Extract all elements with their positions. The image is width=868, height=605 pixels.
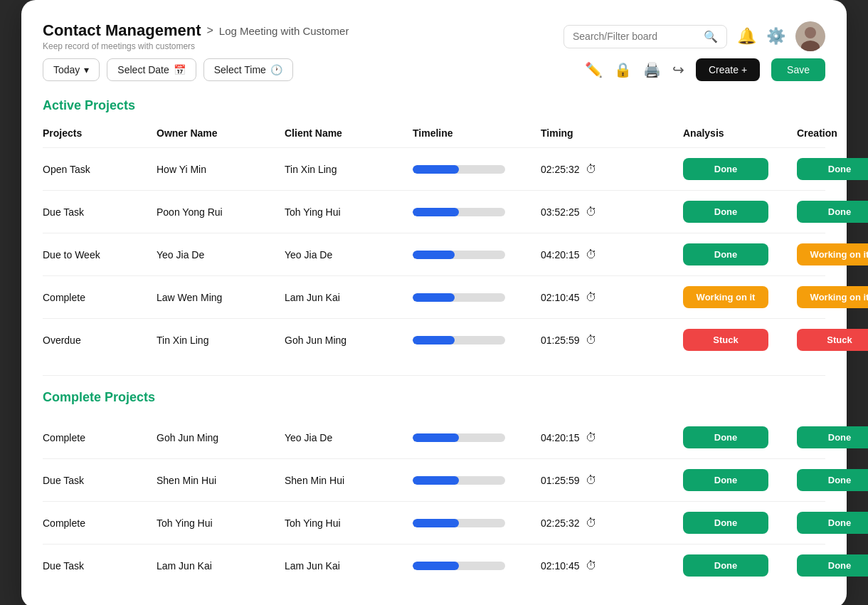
- create-button[interactable]: Create +: [696, 58, 760, 81]
- table-row: Open Task How Yi Min Tin Xin Ling 02:25:…: [43, 148, 825, 191]
- analysis-badge: Done: [683, 243, 768, 265]
- creation-cell: Done: [797, 158, 868, 180]
- creation-cell: Done: [797, 426, 868, 448]
- search-input[interactable]: [573, 31, 698, 42]
- timeline-cell: [413, 519, 541, 527]
- share-icon[interactable]: ↪: [672, 61, 684, 78]
- clock-icon: ⏱: [586, 206, 597, 219]
- creation-cell: Done: [797, 201, 868, 223]
- progress-bar: [413, 251, 505, 259]
- complete-projects-title: Complete Projects: [43, 390, 825, 405]
- analysis-cell: Done: [683, 243, 797, 265]
- analysis-badge: Stuck: [683, 329, 768, 351]
- lock-icon[interactable]: 🔒: [614, 61, 632, 78]
- timing-value: 04:20:15: [541, 249, 580, 261]
- table-row: Complete Goh Jun Ming Yeo Jia De 04:20:1…: [43, 416, 825, 459]
- print-icon[interactable]: 🖨️: [643, 61, 661, 78]
- col-owner: Owner Name: [157, 125, 285, 142]
- client-name: Yeo Jia De: [285, 249, 413, 261]
- analysis-cell: Stuck: [683, 329, 797, 351]
- settings-button[interactable]: ⚙️: [766, 27, 785, 46]
- select-date-label: Select Date: [117, 64, 169, 75]
- creation-badge: Done: [797, 469, 868, 491]
- timeline-cell: [413, 293, 541, 302]
- select-time-button[interactable]: Select Time 🕐: [203, 58, 293, 81]
- owner-name: Shen Min Hui: [157, 475, 285, 486]
- progress-fill: [413, 208, 459, 216]
- progress-bar: [413, 336, 505, 344]
- timing-value: 02:10:45: [541, 560, 580, 572]
- col-analysis: Analysis: [683, 125, 797, 142]
- complete-rows: Complete Goh Jun Ming Yeo Jia De 04:20:1…: [43, 416, 825, 586]
- creation-badge: Working on it: [797, 243, 868, 265]
- client-name: Toh Ying Hui: [285, 206, 413, 218]
- timeline-cell: [413, 562, 541, 570]
- gear-icon: ⚙️: [766, 27, 785, 46]
- timeline-cell: [413, 165, 541, 174]
- active-rows: Open Task How Yi Min Tin Xin Ling 02:25:…: [43, 148, 825, 361]
- edit-icon[interactable]: ✏️: [585, 61, 603, 78]
- timing-cell: 04:20:15 ⏱: [541, 431, 683, 444]
- analysis-cell: Done: [683, 469, 797, 491]
- progress-bar: [413, 562, 505, 570]
- search-box[interactable]: 🔍: [563, 25, 727, 48]
- timeline-cell: [413, 208, 541, 216]
- header: Contact Management > Log Meeting with Cu…: [43, 21, 825, 51]
- creation-badge: Done: [797, 201, 868, 223]
- project-name: Complete: [43, 517, 157, 529]
- analysis-cell: Done: [683, 554, 797, 577]
- owner-name: Tin Xin Ling: [157, 335, 285, 346]
- owner-name: Poon Yong Rui: [157, 206, 285, 218]
- timing-cell: 02:25:32 ⏱: [541, 517, 683, 530]
- timing-value: 01:25:59: [541, 475, 580, 486]
- project-name: Complete: [43, 432, 157, 443]
- table-row: Overdue Tin Xin Ling Goh Jun Ming 01:25:…: [43, 319, 825, 361]
- owner-name: Goh Jun Ming: [157, 432, 285, 443]
- progress-bar: [413, 165, 505, 174]
- progress-bar: [413, 293, 505, 302]
- timing-value: 04:20:15: [541, 432, 580, 443]
- progress-bar: [413, 208, 505, 216]
- project-name: Due Task: [43, 206, 157, 218]
- client-name: Lam Jun Kai: [285, 292, 413, 303]
- select-date-button[interactable]: Select Date 📅: [107, 58, 196, 81]
- analysis-badge: Done: [683, 512, 768, 534]
- analysis-badge: Done: [683, 158, 768, 180]
- col-timing: Timing: [541, 125, 683, 142]
- today-button[interactable]: Today ▾: [43, 58, 100, 81]
- project-name: Due Task: [43, 475, 157, 486]
- table-row: Complete Law Wen Ming Lam Jun Kai 02:10:…: [43, 276, 825, 319]
- active-projects-section: Active Projects Projects Owner Name Clie…: [43, 98, 825, 361]
- clock-icon: ⏱: [586, 559, 597, 572]
- owner-name: Law Wen Ming: [157, 292, 285, 303]
- creation-cell: Working on it: [797, 243, 868, 265]
- creation-badge: Done: [797, 426, 868, 448]
- table-row: Due Task Lam Jun Kai Lam Jun Kai 02:10:4…: [43, 544, 825, 586]
- analysis-cell: Done: [683, 158, 797, 180]
- breadcrumb: Log Meeting with Customer: [219, 25, 349, 37]
- owner-name: Toh Ying Hui: [157, 517, 285, 529]
- search-icon: 🔍: [704, 30, 718, 43]
- timing-value: 01:25:59: [541, 335, 580, 346]
- col-client: Client Name: [285, 125, 413, 142]
- col-creation: Creation: [797, 125, 868, 142]
- creation-cell: Working on it: [797, 286, 868, 308]
- clock-icon: ⏱: [586, 334, 597, 347]
- timeline-cell: [413, 251, 541, 259]
- creation-cell: Stuck: [797, 329, 868, 351]
- complete-projects-section: Complete Projects Complete Goh Jun Ming …: [43, 390, 825, 586]
- progress-fill: [413, 251, 455, 259]
- creation-badge: Stuck: [797, 329, 868, 351]
- header-left: Contact Management > Log Meeting with Cu…: [43, 21, 349, 51]
- active-projects-title: Active Projects: [43, 98, 825, 113]
- app-title: Contact Management: [43, 21, 201, 40]
- save-button[interactable]: Save: [771, 58, 825, 81]
- calendar-icon: 📅: [174, 64, 186, 75]
- client-name: Goh Jun Ming: [285, 335, 413, 346]
- notifications-button[interactable]: 🔔: [737, 27, 756, 46]
- subtitle: Keep record of meetings with customers: [43, 41, 349, 51]
- client-name: Lam Jun Kai: [285, 560, 413, 572]
- toolbar: Today ▾ Select Date 📅 Select Time 🕐 ✏️ 🔒…: [43, 58, 825, 81]
- progress-bar: [413, 476, 505, 485]
- bell-icon: 🔔: [737, 27, 756, 46]
